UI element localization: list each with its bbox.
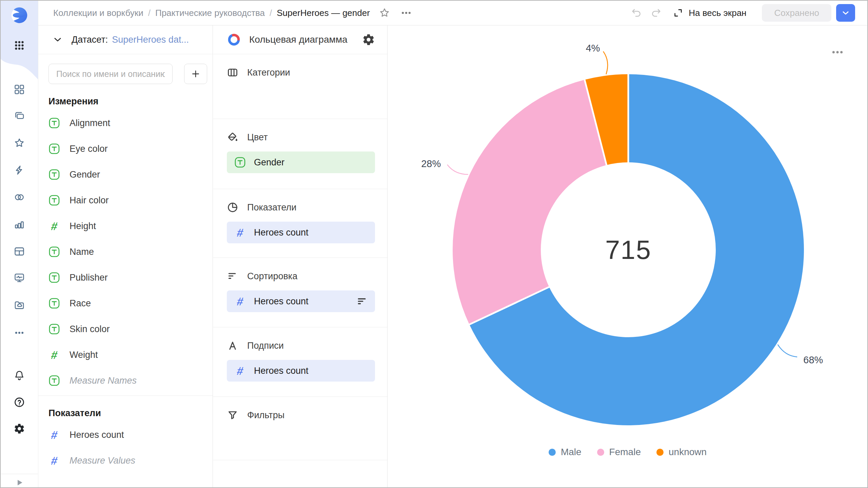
more-actions-icon[interactable] bbox=[400, 7, 412, 19]
legend-dot bbox=[549, 449, 556, 456]
stack-icon[interactable] bbox=[11, 108, 27, 124]
folder-cloud-icon[interactable] bbox=[11, 297, 27, 313]
field-item-gender[interactable]: Gender bbox=[38, 162, 213, 187]
more-dots-icon[interactable] bbox=[11, 325, 27, 341]
bar-chart-icon[interactable] bbox=[11, 216, 27, 232]
table-icon[interactable] bbox=[11, 243, 27, 260]
undo-icon[interactable] bbox=[631, 7, 642, 18]
apps-grid-icon[interactable] bbox=[11, 37, 27, 54]
lightning-icon[interactable] bbox=[11, 162, 27, 178]
breadcrumb-item[interactable]: Практические руководства bbox=[155, 8, 265, 18]
monitor-pulse-icon[interactable] bbox=[11, 270, 27, 286]
field-item-hair-color[interactable]: Hair color bbox=[38, 187, 213, 213]
section-label: Фильтры bbox=[247, 410, 284, 421]
field-label: Height bbox=[70, 221, 96, 231]
expand-rail-button[interactable] bbox=[11, 474, 27, 488]
gear-icon[interactable] bbox=[11, 421, 27, 437]
dataset-label: Датасет: bbox=[72, 35, 108, 45]
section-header-sort: Сортировка bbox=[227, 269, 375, 283]
config-section-measures: Показатели#Heroes count bbox=[213, 189, 387, 258]
config-section-sort: Сортировка#Heroes count bbox=[213, 258, 387, 327]
overlap-circles-icon[interactable] bbox=[11, 189, 27, 205]
save-dropdown-button[interactable] bbox=[836, 4, 855, 22]
favorite-star-icon[interactable] bbox=[379, 7, 390, 19]
field-item-name[interactable]: Name bbox=[38, 239, 213, 265]
chart-type-header[interactable]: Кольцевая диаграмма bbox=[213, 25, 387, 54]
letter-a-icon bbox=[227, 340, 238, 351]
fullscreen-label[interactable]: На весь экран bbox=[689, 8, 746, 18]
chip-label: Heroes count bbox=[254, 227, 368, 238]
chip-label: Gender bbox=[254, 157, 368, 168]
breadcrumb-item: SuperHeroes — gender bbox=[277, 8, 370, 18]
dataset-panel: Датасет: SuperHeroes dat... Измерения Al… bbox=[38, 25, 213, 487]
percent-label-unknown: 4% bbox=[586, 43, 600, 54]
legend-dot bbox=[656, 449, 664, 456]
tiles-icon[interactable] bbox=[11, 81, 27, 98]
measures-list: #Heroes count#Measure Values bbox=[38, 422, 213, 473]
legend-item-male[interactable]: Male bbox=[549, 447, 581, 458]
saved-button[interactable]: Сохранено bbox=[762, 4, 831, 22]
field-item-weight[interactable]: #Weight bbox=[38, 342, 213, 368]
config-section-filters: Фильтры bbox=[213, 397, 387, 460]
section-header-filters: Фильтры bbox=[227, 408, 375, 422]
redo-icon[interactable] bbox=[651, 7, 662, 18]
dataset-collapse-icon[interactable] bbox=[53, 35, 63, 45]
left-rail bbox=[1, 1, 38, 487]
field-label: Measure Names bbox=[70, 375, 137, 386]
measures-title: Показатели bbox=[48, 408, 213, 419]
number-field-icon: # bbox=[234, 227, 246, 238]
donut-slice-female[interactable] bbox=[453, 80, 607, 324]
sort-direction-icon[interactable] bbox=[356, 296, 368, 307]
dimensions-title: Измерения bbox=[48, 96, 213, 107]
dataset-header: Датасет: SuperHeroes dat... bbox=[38, 25, 213, 54]
breadcrumb-item[interactable]: Коллекции и воркбуки bbox=[53, 8, 143, 18]
dataset-name-link[interactable]: SuperHeroes dat... bbox=[112, 35, 189, 45]
search-input[interactable] bbox=[48, 64, 173, 84]
field-item-measure-values[interactable]: #Measure Values bbox=[38, 448, 213, 473]
section-label: Подписи bbox=[247, 341, 284, 351]
chip-heroes-count[interactable]: #Heroes count bbox=[227, 222, 375, 243]
section-label: Цвет bbox=[247, 132, 268, 143]
top-bar: Коллекции и воркбуки/Практические руково… bbox=[38, 1, 867, 25]
chart-config-panel: Кольцевая диаграмма Категории ЦветGender… bbox=[213, 25, 388, 487]
field-item-publisher[interactable]: Publisher bbox=[38, 265, 213, 290]
section-header-measures: Показатели bbox=[227, 201, 375, 214]
field-item-measure-names[interactable]: Measure Names bbox=[38, 368, 213, 393]
string-field-icon bbox=[48, 323, 60, 335]
bell-icon[interactable] bbox=[11, 367, 27, 383]
dataset-section-divider bbox=[38, 395, 213, 396]
string-field-icon bbox=[48, 375, 60, 386]
legend-item-female[interactable]: Female bbox=[597, 447, 641, 458]
chip-label: Heroes count bbox=[254, 366, 368, 376]
legend-item-unknown[interactable]: unknown bbox=[656, 447, 707, 458]
field-item-race[interactable]: Race bbox=[38, 290, 213, 316]
rail-divider bbox=[1, 474, 38, 474]
legend-label: Male bbox=[561, 447, 581, 458]
string-field-icon bbox=[48, 272, 60, 283]
funnel-icon bbox=[227, 409, 238, 421]
field-item-heroes-count[interactable]: #Heroes count bbox=[38, 422, 213, 448]
config-section-categories: Категории bbox=[213, 54, 387, 119]
field-item-height[interactable]: #Height bbox=[38, 213, 213, 239]
help-icon[interactable] bbox=[11, 394, 27, 410]
number-field-icon: # bbox=[48, 455, 60, 466]
donut-chart-type-icon bbox=[227, 33, 241, 47]
chip-gender[interactable]: Gender bbox=[227, 151, 375, 173]
field-label: Heroes count bbox=[70, 430, 124, 440]
field-item-alignment[interactable]: Alignment bbox=[38, 110, 213, 136]
fullscreen-icon[interactable] bbox=[673, 8, 683, 18]
chip-label: Heroes count bbox=[254, 296, 356, 307]
label-leader-line bbox=[447, 165, 468, 175]
number-field-icon: # bbox=[48, 220, 60, 232]
chip-heroes-count[interactable]: #Heroes count bbox=[227, 290, 375, 312]
chart-settings-gear-icon[interactable] bbox=[362, 33, 375, 46]
string-field-icon bbox=[48, 143, 60, 155]
datalens-logo[interactable] bbox=[11, 7, 27, 23]
field-item-skin-color[interactable]: Skin color bbox=[38, 316, 213, 342]
field-label: Eye color bbox=[70, 144, 108, 154]
field-item-eye-color[interactable]: Eye color bbox=[38, 136, 213, 162]
star-icon[interactable] bbox=[11, 135, 27, 151]
chart-type-label: Кольцевая диаграмма bbox=[249, 34, 362, 45]
add-field-button[interactable] bbox=[184, 64, 207, 84]
chip-heroes-count[interactable]: #Heroes count bbox=[227, 360, 375, 382]
